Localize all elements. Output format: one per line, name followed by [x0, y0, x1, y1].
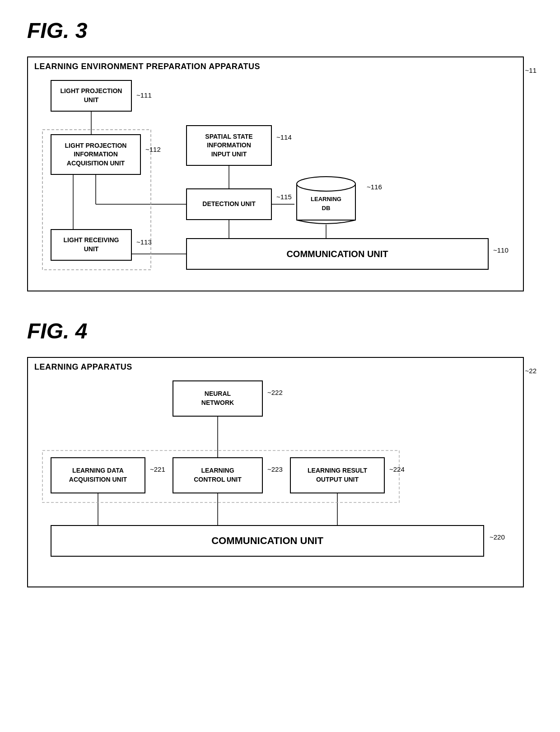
- fig3-light-proj-info-box: LIGHT PROJECTION INFORMATION ACQUISITION…: [51, 134, 141, 175]
- fig4-title: FIG. 4: [27, 319, 533, 343]
- fig3-comm-box: COMMUNICATION UNIT: [186, 238, 489, 270]
- fig3-spatial-ref: ~114: [276, 133, 292, 141]
- fig3-light-proj-box: LIGHT PROJECTION UNIT: [51, 80, 132, 112]
- fig3-detection-box: DETECTION UNIT: [186, 188, 272, 220]
- fig3-comm-ref: ~110: [493, 246, 509, 254]
- fig4-learning-result-ref: ~224: [389, 465, 405, 473]
- fig3-learning-db-area: LEARNING DB: [294, 174, 362, 226]
- fig4-comm-ref: ~220: [490, 533, 505, 541]
- fig4-diagram: LEARNING APPARATUS ~22 NEURAL NETWORK ~2…: [27, 357, 524, 587]
- fig4-neural-box: NEURAL NETWORK: [173, 380, 263, 417]
- fig4-learning-ctrl-ref: ~223: [267, 465, 283, 473]
- fig3-diagram-label: LEARNING ENVIRONMENT PREPARATION APPARAT…: [34, 62, 260, 71]
- fig3-detection-ref: ~115: [276, 193, 292, 201]
- fig3-ref-main: ~11: [525, 66, 537, 74]
- fig4-learning-data-box: LEARNING DATA ACQUISITION UNIT: [51, 457, 145, 493]
- fig3-learning-db-ref: ~116: [367, 183, 382, 191]
- fig4-diagram-label: LEARNING APPARATUS: [34, 362, 132, 372]
- svg-text:LEARNING: LEARNING: [311, 196, 341, 202]
- fig3-title: FIG. 3: [27, 18, 533, 43]
- fig3-light-proj-info-ref: ~112: [145, 145, 161, 153]
- fig3-light-proj-ref: ~111: [136, 91, 152, 99]
- svg-point-12: [297, 177, 355, 191]
- fig4-comm-box: COMMUNICATION UNIT: [51, 525, 484, 557]
- fig4-learning-ctrl-box: LEARNING CONTROL UNIT: [173, 457, 263, 493]
- fig3-light-recv-ref: ~113: [136, 238, 152, 246]
- fig3-light-recv-box: LIGHT RECEIVING UNIT: [51, 229, 132, 261]
- fig3-diagram: LEARNING ENVIRONMENT PREPARATION APPARAT…: [27, 56, 524, 291]
- fig4-neural-ref: ~222: [267, 389, 283, 396]
- fig3-spatial-box: SPATIAL STATE INFORMATION INPUT UNIT: [186, 125, 272, 166]
- fig4-learning-data-ref: ~221: [150, 465, 165, 473]
- fig4-learning-result-box: LEARNING RESULT OUTPUT UNIT: [290, 457, 385, 493]
- fig4-ref-main: ~22: [525, 367, 537, 375]
- svg-text:DB: DB: [322, 205, 331, 211]
